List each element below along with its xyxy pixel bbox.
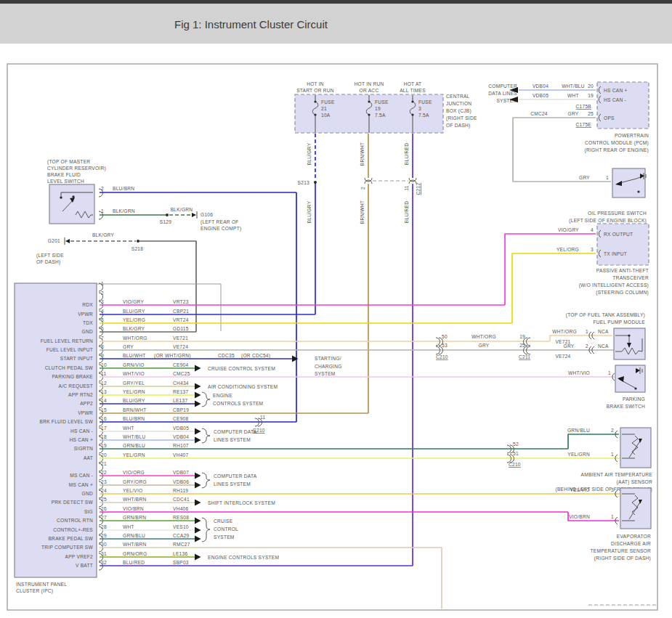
ground-location: (LEFT REAR OFENGINE COMPT)	[201, 219, 241, 232]
wire-color-label: YEL/ORG	[556, 247, 579, 252]
wire-color-label: GRY	[579, 175, 590, 180]
connector-pin: 20	[588, 84, 594, 89]
wire-color-label: WHT/BRN	[123, 542, 147, 547]
pin-number: 24	[101, 488, 107, 493]
wire-color-label: BRN/WHT	[123, 407, 147, 412]
wire-color-label: GRY/ORG	[123, 479, 147, 484]
circuit-code-label: CDC41	[173, 497, 190, 502]
ipc-pin-label: START INPUT	[60, 356, 93, 361]
connector-pin: 3	[611, 487, 614, 492]
ipc-pin-label: TRIP COMPUTER SW	[41, 545, 93, 550]
circuit-code-label: VDB05	[173, 426, 189, 431]
connector-label: C210	[509, 462, 521, 467]
pin-number: 18	[101, 434, 107, 439]
pin-number: 25	[101, 497, 107, 502]
splice-s129	[166, 214, 169, 216]
wire-color-label: WHT/ORG	[123, 336, 147, 341]
wire-color-label: GRN/VIO	[123, 362, 145, 367]
wire-color-label: YEL/GRN	[123, 452, 145, 458]
oil-switch-box	[612, 168, 645, 198]
splice-label: S213	[298, 180, 309, 185]
circuit-code-label: LE137	[173, 398, 187, 403]
pin-number: 20	[101, 452, 107, 458]
wire-color-label: GRY	[479, 343, 490, 348]
wire-color-label: WHT	[567, 93, 579, 98]
connector-pin: 53	[442, 343, 448, 348]
pin-function-label: NCA	[598, 329, 609, 334]
ground-label: G201	[48, 238, 60, 243]
pin-number: 7	[101, 336, 104, 341]
connector-pin: 1	[606, 175, 609, 180]
circuit-code-label: CBP21	[173, 309, 189, 314]
circuit-code-label: SBP03	[173, 560, 189, 565]
wiring-diagram: HOT INSTART OR RUN HOT IN RUNOR ACC HOT …	[0, 0, 672, 618]
pin-number: 27	[101, 515, 107, 520]
wire-color-label: BLU/BRN	[113, 186, 134, 191]
ipc-pin-label: RDX	[82, 302, 93, 307]
wire-color-label: WHT/ORG	[552, 329, 577, 334]
pin-number: 6	[101, 326, 104, 331]
pin-number: 14	[101, 398, 107, 403]
connector-pin: 11	[260, 415, 265, 420]
circuit-code-label: LE136	[173, 551, 187, 556]
connector-pin: 1	[101, 208, 104, 214]
ipc-pin-label: BRAKE PEDAL SW	[48, 536, 93, 541]
connector-pin: 2	[101, 186, 104, 191]
pin-number: 9	[101, 353, 104, 358]
wire-color-label: BLK/GRY	[92, 232, 115, 237]
ipc-pin-label: GND	[82, 329, 93, 334]
circuit-code-label: CMC24	[530, 111, 548, 116]
wire-color-label: WHT	[123, 426, 134, 431]
pin-number: 1	[101, 281, 104, 286]
connector-pin: 3	[591, 247, 594, 252]
ipc-pin-label: CONTROL+-RES	[53, 527, 93, 532]
circuit-code-label: VRT24	[173, 317, 189, 322]
circuit-code-label: VH407	[173, 452, 188, 458]
pin-number: 28	[101, 524, 107, 529]
splice-s218	[137, 240, 139, 243]
pin-number: 15	[101, 407, 107, 412]
pin-number: 4	[101, 309, 104, 314]
circuit-code-label: CCA29	[173, 533, 190, 538]
connector-label: C175B	[576, 104, 592, 109]
ipc-pin-label: PARKING BRAKE	[52, 374, 93, 379]
wire-color-label: GRY	[564, 343, 575, 349]
connector-pin: 52	[513, 442, 519, 447]
ipc-pin-label: A/C REQUEST	[59, 383, 93, 389]
circuit-code-label: VDB07	[173, 470, 189, 475]
pin-function-label: OPS	[604, 115, 615, 121]
ipc-pin-label: SIGRTN	[74, 446, 93, 451]
wire-color-label: GRN/BLU	[123, 533, 145, 538]
connector-pin: 4	[591, 227, 594, 232]
pin-number: 19	[101, 443, 107, 448]
connector-pin: 19	[519, 334, 525, 339]
wire-color-label: BLU/RED	[404, 143, 409, 165]
circuit-code-label: CBP19	[173, 407, 189, 412]
connector-pin: 2	[586, 343, 588, 349]
ipc-pin-label: APP RTN2	[68, 392, 93, 397]
pin-number: 22	[101, 470, 107, 475]
wire-color-label: BLK/GRY	[123, 326, 145, 331]
wire-color-label: YEL/VIO	[570, 487, 590, 492]
circuit-code-label: VDB05	[533, 93, 548, 98]
connector-label: C212	[416, 183, 421, 195]
pin-number: 17	[101, 426, 107, 431]
wire-color-label: GRY	[123, 344, 134, 349]
wire-color-label: BLU/GRY	[307, 200, 312, 223]
connector-label: C210	[436, 354, 448, 359]
circuit-code-label: VE724	[173, 344, 188, 349]
connector-pin: 51	[513, 451, 519, 456]
wire-color-label: WHT/BLU	[562, 84, 584, 89]
circuit-code-label: VE721	[173, 336, 188, 341]
wire-color-label: WHT/BLU	[123, 434, 145, 439]
pin-number: 5	[101, 317, 104, 322]
wire-color-label: WHT/VIO	[568, 370, 590, 375]
ipc-pin-label: APP2	[80, 401, 93, 406]
wire-color-label: WHT	[123, 524, 134, 529]
circuit-code-label: (OR CDC54)	[241, 353, 270, 359]
connector-pin: 50	[442, 334, 448, 339]
circuit-code-label: RH107	[173, 443, 189, 448]
ipc-pin-label: V BATT	[76, 563, 93, 568]
ipc-pin-label: AAT	[84, 455, 93, 460]
wire-color-label: BLU/WHT	[123, 353, 145, 358]
